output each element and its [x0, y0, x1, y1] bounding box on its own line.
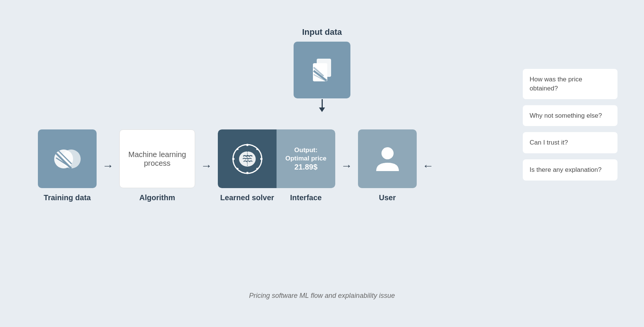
output-label: Output: Optimal price — [285, 146, 327, 163]
user-icon — [372, 144, 403, 174]
diagram-container: Input data — [19, 16, 625, 311]
svg-rect-5 — [313, 63, 327, 81]
training-data-node: Training data — [38, 129, 97, 202]
svg-point-19 — [256, 148, 258, 150]
algorithm-node: Machine learning process Algorithm — [119, 129, 195, 202]
algorithm-box: Machine learning process — [119, 129, 195, 188]
brain-icon — [230, 142, 264, 176]
user-node: User — [358, 129, 417, 202]
svg-point-7 — [62, 149, 81, 168]
svg-point-20 — [236, 168, 238, 170]
svg-point-21 — [256, 168, 258, 170]
arrow-algorithm-to-solver: → — [201, 160, 212, 171]
question-box-2: Why not something else? — [523, 105, 617, 126]
arrow-training-to-algorithm: → — [102, 160, 114, 171]
training-data-box — [38, 129, 97, 188]
input-data-section: Input data — [294, 27, 350, 114]
vertical-arrow-input — [319, 99, 325, 114]
algorithm-text: Machine learning process — [120, 143, 195, 175]
learned-solver-box — [218, 129, 277, 188]
questions-panel: How was the price obtained? Why not some… — [523, 69, 617, 181]
arrow-interface-to-user: → — [341, 160, 352, 171]
svg-point-16 — [232, 158, 234, 160]
output-price: 21.89$ — [285, 163, 327, 171]
solver-interface-row: Output: Optimal price 21.89$ — [218, 129, 335, 188]
solver-interface-node: Output: Optimal price 21.89$ Learned sol… — [218, 129, 335, 202]
svg-point-18 — [236, 148, 238, 150]
input-data-box — [294, 42, 350, 98]
learned-solver-label: Learned solver — [218, 193, 277, 202]
svg-point-22 — [381, 147, 394, 159]
user-label: User — [379, 193, 395, 202]
input-data-icon — [306, 54, 338, 86]
training-data-label: Training data — [44, 193, 91, 202]
svg-point-14 — [246, 144, 249, 146]
solver-interface-labels: Learned solver Interface — [218, 193, 335, 202]
question-box-3: Can I trust it? — [523, 132, 617, 153]
algorithm-label: Algorithm — [139, 193, 175, 202]
input-data-label: Input data — [302, 27, 342, 37]
svg-point-17 — [260, 158, 263, 160]
interface-label: Interface — [277, 193, 335, 202]
user-box — [358, 129, 417, 188]
main-row: Training data → Machine learning process… — [38, 129, 606, 202]
arrow-questions-to-user: ← — [422, 160, 434, 171]
interface-output: Output: Optimal price 21.89$ — [280, 140, 332, 177]
question-box-4: Is there any explanation? — [523, 159, 617, 181]
caption: Pricing software ML flow and explainabil… — [249, 292, 395, 300]
training-data-icon — [50, 142, 84, 176]
question-box-1: How was the price obtained? — [523, 69, 617, 99]
svg-point-15 — [246, 172, 249, 174]
interface-box: Output: Optimal price 21.89$ — [277, 129, 335, 188]
